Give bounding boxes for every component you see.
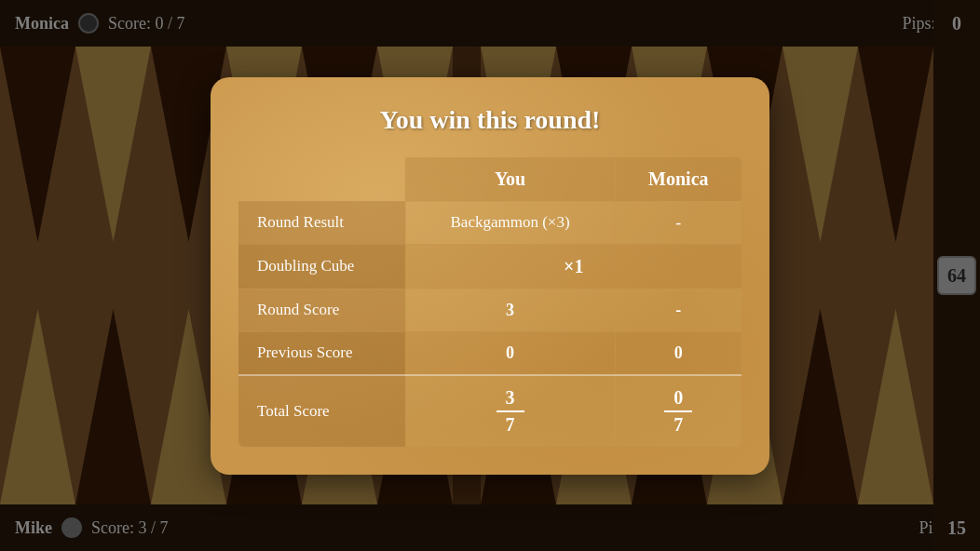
- doubling-cube-label: Doubling Cube: [238, 244, 405, 289]
- round-result-label: Round Result: [238, 201, 405, 244]
- doubling-cube-value: ×1: [405, 244, 742, 289]
- doubling-cube-row: Doubling Cube ×1: [238, 244, 742, 289]
- total-monica-denominator: 7: [674, 412, 683, 436]
- round-score-you: 3: [405, 289, 615, 331]
- round-result-you: Backgammon (×3): [405, 201, 615, 244]
- round-result-monica: -: [615, 201, 742, 244]
- previous-score-monica: 0: [615, 331, 742, 375]
- previous-score-row: Previous Score 0 0: [238, 331, 742, 375]
- previous-score-label: Previous Score: [238, 331, 405, 375]
- total-score-you: 3 7: [405, 375, 615, 448]
- round-score-label: Round Score: [238, 289, 405, 331]
- total-monica-numerator: 0: [664, 387, 692, 412]
- score-modal: You win this round! You Monica Round Res…: [211, 77, 769, 475]
- total-score-monica: 0 7: [615, 375, 742, 448]
- round-score-monica: -: [615, 289, 742, 331]
- header-monica: Monica: [615, 156, 742, 202]
- modal-title: You win this round!: [237, 105, 743, 135]
- table-header-row: You Monica: [238, 156, 742, 202]
- total-you-fraction: 3 7: [421, 387, 600, 436]
- header-you: You: [405, 156, 615, 202]
- round-score-row: Round Score 3 -: [238, 289, 742, 331]
- total-you-numerator: 3: [497, 387, 524, 412]
- score-table: You Monica Round Result Backgammon (×3) …: [237, 155, 743, 449]
- total-score-row: Total Score 3 7 0 7: [238, 375, 742, 448]
- previous-score-you: 0: [405, 331, 615, 375]
- total-you-denominator: 7: [506, 412, 515, 436]
- header-empty: [238, 156, 405, 202]
- total-score-label: Total Score: [238, 375, 405, 448]
- modal-overlay: You win this round! You Monica Round Res…: [0, 0, 980, 551]
- round-result-row: Round Result Backgammon (×3) -: [238, 201, 742, 244]
- total-monica-fraction: 0 7: [631, 387, 727, 436]
